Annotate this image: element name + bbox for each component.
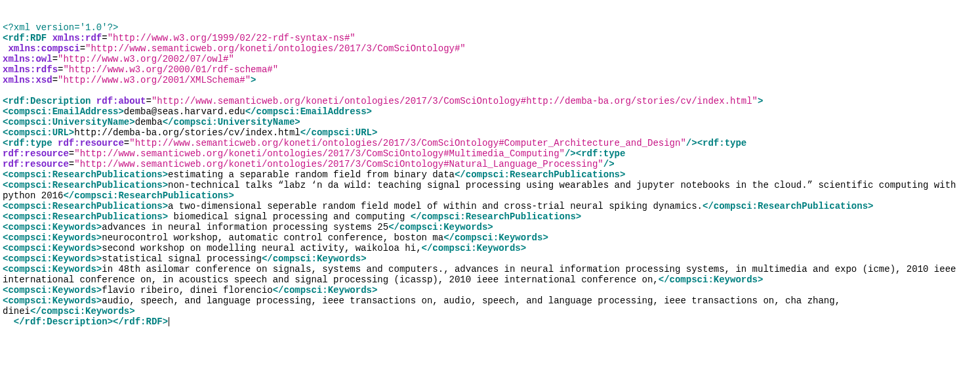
xml-source-view: <?xml version='1.0'?> <rdf:RDF xmlns:rdf…	[3, 22, 977, 327]
